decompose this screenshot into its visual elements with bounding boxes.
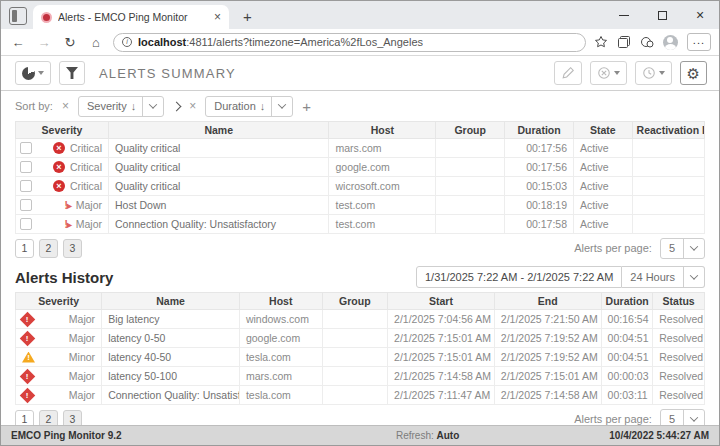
group-cell: [436, 215, 505, 234]
column-header[interactable]: Reactivation In: [632, 122, 704, 139]
page-button[interactable]: 3: [63, 410, 82, 426]
duration-cell: 00:17:56: [505, 158, 574, 177]
column-header[interactable]: Name: [109, 122, 329, 139]
table-row[interactable]: !Majorlatency 0-50google.com2/1/2025 7:1…: [16, 329, 705, 348]
page-button[interactable]: 2: [39, 239, 58, 258]
chevron-down-icon: [684, 245, 704, 251]
table-row[interactable]: ×CriticalQuality criticalmars.com00:17:5…: [16, 139, 705, 158]
row-checkbox[interactable]: [20, 142, 32, 154]
row-checkbox[interactable]: [20, 218, 32, 230]
browser-tab[interactable]: Alerts - EMCO Ping Monitor ×: [33, 5, 229, 29]
home-icon[interactable]: ⌂: [87, 35, 105, 50]
tab-close-icon[interactable]: ×: [212, 10, 223, 24]
column-header[interactable]: Severity: [16, 293, 102, 310]
column-header[interactable]: Duration: [601, 293, 653, 310]
column-header[interactable]: End: [494, 293, 601, 310]
profile-avatar[interactable]: [663, 35, 678, 50]
table-row[interactable]: ×CriticalQuality criticalgoogle.com00:17…: [16, 158, 705, 177]
snooze-button[interactable]: [635, 61, 672, 85]
table-row[interactable]: !MajorBig latencywindows.com2/1/2025 7:0…: [16, 310, 705, 329]
add-sort-button[interactable]: +: [302, 98, 311, 115]
browser-navbar: ← → ↻ ⌂ i localhost:4811/alerts?timezone…: [1, 29, 719, 56]
filter-button[interactable]: [59, 61, 85, 85]
host-cell: windows.com: [239, 310, 322, 329]
browser-essentials-icon[interactable]: [640, 35, 654, 49]
chevron-down-icon[interactable]: [143, 103, 163, 109]
group-cell: [436, 158, 505, 177]
duration-cell: 00:17:58: [505, 215, 574, 234]
severity-content: !▸Major: [20, 196, 102, 214]
date-range-input[interactable]: 1/31/2025 7:22 AM - 2/1/2025 7:22 AM: [416, 266, 622, 288]
table-row[interactable]: !Minorlatency 40-50tesla.com2/1/2025 7:1…: [16, 348, 705, 367]
column-header[interactable]: Start: [388, 293, 495, 310]
status-cell: Resolved: [653, 367, 705, 386]
host-cell: google.com: [239, 329, 322, 348]
group-cell: [436, 177, 505, 196]
page-button[interactable]: 1: [15, 410, 34, 426]
sort-chip-duration[interactable]: Duration ↓: [205, 96, 293, 117]
close-button[interactable]: ×: [681, 1, 719, 29]
chevron-down-icon[interactable]: [272, 103, 292, 109]
forward-icon[interactable]: →: [35, 35, 53, 50]
column-header[interactable]: Name: [102, 293, 240, 310]
table-row[interactable]: !▸MajorHost Downtest.com00:18:19Active: [16, 196, 705, 215]
back-icon[interactable]: ←: [9, 35, 27, 50]
row-checkbox[interactable]: [20, 180, 32, 192]
major-diamond-icon: !: [20, 311, 36, 327]
table-row[interactable]: !Majorlatency 50-100mars.com2/1/2025 7:1…: [16, 367, 705, 386]
new-tab-button[interactable]: +: [237, 8, 258, 25]
remove-sort-icon[interactable]: ×: [62, 99, 69, 113]
group-cell: [436, 196, 505, 215]
edit-button[interactable]: [554, 61, 582, 85]
maximize-button[interactable]: [643, 1, 681, 29]
collections-icon[interactable]: [617, 35, 631, 49]
name-cell: Quality critical: [109, 177, 329, 196]
sort-bar: Sort by: × Severity ↓ × Duration ↓ +: [1, 91, 719, 121]
page-title: ALERTS SUMMARY: [99, 66, 546, 81]
severity-label: Major: [69, 332, 95, 344]
page-button[interactable]: 1: [15, 239, 34, 258]
per-page-select[interactable]: 5: [660, 409, 705, 426]
column-header[interactable]: Host: [239, 293, 322, 310]
history-header-row: Severity Name Host Group Start End Durat…: [16, 293, 705, 310]
name-cell: Connection Quality: Unsatisfactory: [102, 386, 240, 405]
start-cell: 2/1/2025 7:04:56 AM: [388, 310, 495, 329]
per-page-select[interactable]: 5: [660, 238, 705, 259]
site-info-icon[interactable]: i: [122, 37, 132, 47]
duration-cell: 00:15:03: [505, 177, 574, 196]
column-header[interactable]: Group: [436, 122, 505, 139]
row-checkbox[interactable]: [20, 199, 32, 211]
row-checkbox[interactable]: [20, 161, 32, 173]
page-button[interactable]: 3: [63, 239, 82, 258]
minimize-button[interactable]: [605, 1, 643, 29]
host-cell: test.com: [329, 196, 436, 215]
table-row[interactable]: ×CriticalQuality criticalwicrosoft.com00…: [16, 177, 705, 196]
page-button[interactable]: 2: [39, 410, 58, 426]
column-header[interactable]: Host: [329, 122, 436, 139]
sort-chip-severity[interactable]: Severity ↓: [78, 96, 164, 117]
favorites-icon[interactable]: [594, 35, 608, 49]
severity-content: ×Critical: [20, 177, 102, 195]
column-header[interactable]: Group: [322, 293, 387, 310]
settings-button[interactable]: ⚙: [680, 61, 707, 85]
column-header[interactable]: Duration: [505, 122, 574, 139]
column-header[interactable]: Status: [653, 293, 705, 310]
table-row[interactable]: !▸MajorConnection Quality: Unsatisfactor…: [16, 215, 705, 234]
address-bar[interactable]: i localhost:4811/alerts?timezone=America…: [113, 33, 586, 52]
exclamation-glyph: !: [26, 391, 29, 399]
browser-menu-button[interactable]: ...: [687, 33, 711, 51]
remove-sort-icon[interactable]: ×: [189, 99, 196, 113]
column-header[interactable]: Severity: [16, 122, 109, 139]
refresh-icon[interactable]: ↻: [61, 35, 79, 50]
duration-cell: 00:18:19: [505, 196, 574, 215]
view-mode-button[interactable]: [15, 61, 51, 85]
tab-actions-icon[interactable]: [9, 7, 27, 25]
deactivate-button[interactable]: [590, 61, 627, 85]
major-diamond-icon: !: [20, 368, 36, 384]
range-preset-select[interactable]: 24 Hours: [622, 266, 705, 288]
tab-title: Alerts - EMCO Ping Monitor: [58, 11, 206, 23]
group-cell: [436, 139, 505, 158]
column-header[interactable]: State: [574, 122, 633, 139]
table-row[interactable]: !MajorConnection Quality: Unsatisfactory…: [16, 386, 705, 405]
alerts-summary-table: Severity Name Host Group Duration State …: [15, 121, 705, 234]
